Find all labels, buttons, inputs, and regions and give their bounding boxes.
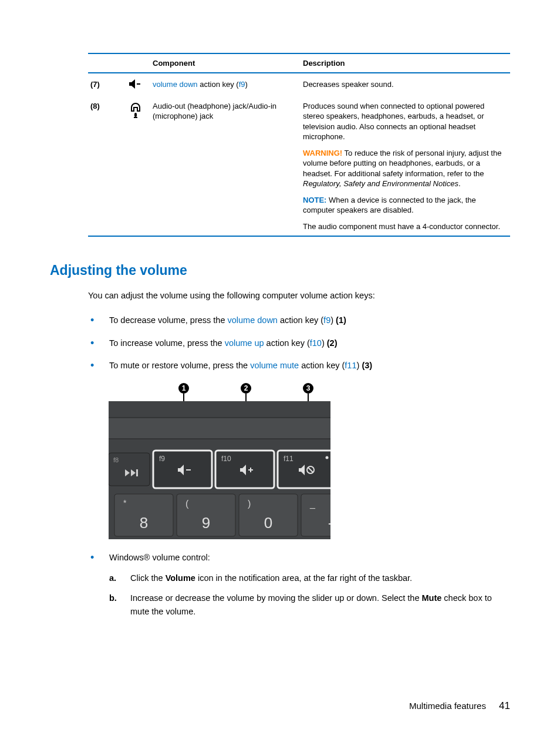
text: To mute or restore volume, press the [109,361,250,370]
text: action key ( [198,80,239,89]
th-component [88,53,121,73]
callout-2: 2 [244,384,248,392]
warning-label: WARNING! [303,149,342,157]
key-8: 8 [140,514,148,532]
list-item: To mute or restore volume, press the vol… [88,354,510,377]
note-label: NOTE: [303,196,326,204]
bold-text: Mute [422,593,442,603]
text: Increase or decrease the volume by movin… [130,593,422,603]
list-item: a. Click the Volume icon in the notifica… [109,568,510,588]
text: To increase volume, press the [109,338,225,348]
key-9-top: ( [185,499,189,509]
key-f9: f9 [159,455,165,463]
volume-up-link[interactable]: volume up [225,338,264,348]
volume-down-link[interactable]: volume down [228,315,278,325]
row-number: (8) [88,95,121,236]
alpha-letter: a. [109,572,116,584]
text: To decrease volume, press the [109,315,228,325]
volume-down-link[interactable]: volume down [153,80,198,89]
svg-rect-20 [186,469,191,471]
key-0-top: ) [248,499,251,509]
callout-ref: (2) [327,338,338,348]
component-table: Component Description (7) volume down ac… [88,53,510,237]
th-description: Description [301,53,510,73]
callout-1: 1 [182,384,186,392]
svg-marker-0 [129,79,135,89]
volume-mute-link[interactable]: volume mute [250,361,299,370]
warning-ref: Regulatory, Safety and Environmental Not… [303,179,458,188]
extra-text: The audio component must have a 4-conduc… [303,221,508,232]
list-item: Windows® volume control: a. Click the Vo… [88,546,510,626]
key-dash-top: _ [309,499,316,509]
row-number: (7) [88,73,121,95]
section-heading: Adjusting the volume [50,263,510,278]
callout-ref: (3) [362,361,372,370]
alpha-letter: b. [109,592,117,604]
text: action key ( [264,338,310,348]
text: . [458,179,461,188]
callout-3: 3 [306,384,311,392]
svg-rect-24 [250,468,251,472]
windows-volume-text: Windows® volume control: [109,553,210,562]
callout-ref: (1) [336,315,346,325]
key-8-top: * [123,498,127,508]
svg-rect-34 [301,494,330,536]
text: Click the [130,573,166,583]
volume-down-icon [121,73,150,95]
note-text: When a device is connected to the jack, … [303,196,476,215]
th-blank1 [121,53,150,73]
list-item: To decrease volume, press the volume dow… [88,309,510,331]
svg-rect-17 [136,469,138,476]
table-row: (7) volume down action key (f9) Decrease… [88,73,510,95]
text: ) [322,338,327,348]
text: icon in the notification area, at the fa… [195,573,412,583]
key-f8: f8 [113,456,119,463]
key-dash: - [328,514,330,532]
row-desc: Produces sound when connected to optiona… [303,101,508,142]
text: action key ( [299,361,345,370]
f10-link[interactable]: f10 [310,338,322,348]
page-number: 41 [499,700,510,711]
footer-label: Multimedia features [409,701,486,711]
text: ) [245,80,248,89]
f9-link[interactable]: f9 [323,315,330,325]
row-desc: Decreases speaker sound. [301,73,510,95]
svg-rect-2 [134,113,137,117]
key-f11: f11 [284,455,294,463]
list-item: To increase volume, press the volume up … [88,332,510,354]
intro-text: You can adjust the volume using the foll… [88,289,510,302]
key-9: 9 [202,514,210,532]
list-item: b. Increase or decrease the volume by mo… [109,588,510,621]
svg-rect-11 [109,418,330,439]
key-f10: f10 [221,455,231,463]
svg-point-26 [326,456,329,459]
page-footer: Multimedia features 41 [409,700,510,712]
bold-text: Volume [166,573,195,583]
th-component-label: Component [150,53,301,73]
audio-jack-icon [121,95,150,236]
text: ) [330,315,336,325]
key-0: 0 [264,514,272,532]
f11-link[interactable]: f11 [345,361,356,370]
keyboard-figure: 1 2 3 f8 [109,382,510,539]
row-component: Audio-out (headphone) jack/Audio-in (mic… [150,95,301,236]
svg-rect-1 [137,83,140,85]
f9-link[interactable]: f9 [239,80,245,89]
table-row: (8) Audio-out (headphone) jack/Audio-in … [88,95,510,236]
text: action key ( [278,315,323,325]
